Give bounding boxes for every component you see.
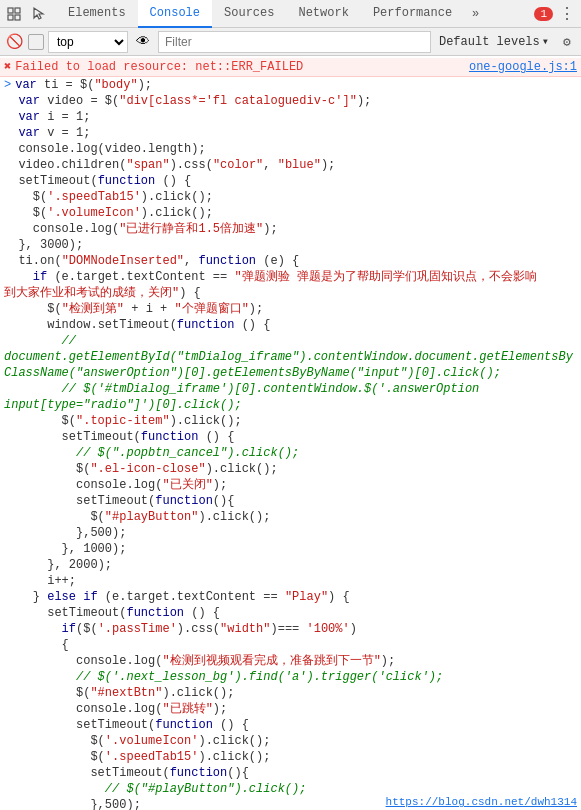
- code-line-1: > var ti = $("body");: [0, 77, 581, 93]
- code-line-27: setTimeout(function(){: [0, 493, 581, 509]
- settings-icon[interactable]: ⚙: [557, 32, 577, 52]
- context-selector[interactable]: top: [48, 31, 128, 53]
- code-line-13: if (e.target.textContent == "弹题测验 弹题是为了帮…: [0, 269, 581, 285]
- code-line-45: // $("#playButton").click();: [0, 781, 581, 797]
- code-line-3: var i = 1;: [0, 109, 581, 125]
- code-line-42: $('.volumeIcon').click();: [0, 733, 581, 749]
- code-line-31: }, 2000);: [0, 557, 581, 573]
- console-output: ✖ Failed to load resource: net::ERR_FAIL…: [0, 56, 581, 810]
- code-line-14: 到大家作业和考试的成绩，关闭") {: [0, 285, 581, 301]
- code-line-9: $('.volumeIcon').click();: [0, 205, 581, 221]
- code-line-19: ClassName("answerOption")[0].getElements…: [0, 365, 581, 381]
- code-line-35: if($('.passTime').css("width")=== '100%'…: [0, 621, 581, 637]
- error-text: Failed to load resource: net::ERR_FAILED: [15, 59, 469, 75]
- code-line-16: window.setTimeout(function () {: [0, 317, 581, 333]
- code-line-21: input[type="radio"]')[0].click();: [0, 397, 581, 413]
- code-line-12: ti.on("DOMNodeInserted", function (e) {: [0, 253, 581, 269]
- code-line-32: i++;: [0, 573, 581, 589]
- tab-bar-right: 1 ⋮: [526, 4, 577, 24]
- clear-console-icon[interactable]: 🚫: [4, 32, 24, 52]
- code-line-20: // $('#tmDialog_iframe')[0].contentWindo…: [0, 381, 581, 397]
- code-line-6: video.children("span").css("color", "blu…: [0, 157, 581, 173]
- code-line-28: $("#playButton").click();: [0, 509, 581, 525]
- error-badge: 1: [534, 7, 553, 21]
- log-levels-selector[interactable]: Default levels ▾: [435, 34, 553, 49]
- toolbar-right: ⚙: [557, 32, 577, 52]
- code-line-39: $("#nextBtn").click();: [0, 685, 581, 701]
- code-line-18: document.getElementById("tmDialog_iframe…: [0, 349, 581, 365]
- code-line-40: console.log("已跳转");: [0, 701, 581, 717]
- tab-network[interactable]: Network: [286, 0, 360, 28]
- svg-rect-1: [15, 8, 20, 13]
- code-line-34: setTimeout(function () {: [0, 605, 581, 621]
- code-line-37: console.log("检测到视频观看完成，准备跳到下一节");: [0, 653, 581, 669]
- svg-rect-3: [15, 15, 20, 20]
- code-line-5: console.log(video.length);: [0, 141, 581, 157]
- eye-icon[interactable]: 👁: [132, 31, 154, 53]
- code-line-11: }, 3000);: [0, 237, 581, 253]
- code-line-38: // $('.next_lesson_bg').find('a').trigge…: [0, 669, 581, 685]
- code-line-24: // $(".popbtn_cancel").click();: [0, 445, 581, 461]
- code-line-8: $('.speedTab15').click();: [0, 189, 581, 205]
- code-line-43: $('.speedTab15').click();: [0, 749, 581, 765]
- code-line-17: //: [0, 333, 581, 349]
- code-line-36: {: [0, 637, 581, 653]
- code-line-30: }, 1000);: [0, 541, 581, 557]
- svg-rect-0: [8, 8, 13, 13]
- preserve-log-icon[interactable]: [28, 34, 44, 50]
- inspect-icon[interactable]: [4, 4, 24, 24]
- code-line-7: setTimeout(function () {: [0, 173, 581, 189]
- error-message-line: ✖ Failed to load resource: net::ERR_FAIL…: [0, 58, 581, 77]
- tab-console[interactable]: Console: [138, 0, 212, 28]
- code-line-22: $(".topic-item").click();: [0, 413, 581, 429]
- tab-elements[interactable]: Elements: [56, 0, 138, 28]
- code-line-26: console.log("已关闭");: [0, 477, 581, 493]
- cursor-icon[interactable]: [28, 4, 48, 24]
- svg-rect-2: [8, 15, 13, 20]
- tab-performance[interactable]: Performance: [361, 0, 464, 28]
- tab-bar: Elements Console Sources Network Perform…: [0, 0, 581, 28]
- code-line-10: console.log("已进行静音和1.5倍加速");: [0, 221, 581, 237]
- error-source-link[interactable]: one-google.js:1: [469, 59, 577, 75]
- code-line-41: setTimeout(function () {: [0, 717, 581, 733]
- code-prompt: >: [4, 77, 11, 93]
- tab-more[interactable]: »: [464, 3, 487, 25]
- devtools-icons: [4, 4, 48, 24]
- code-line-44: setTimeout(function(){: [0, 765, 581, 781]
- console-toolbar: 🚫 top 👁 Default levels ▾ ⚙: [0, 28, 581, 56]
- more-options-icon[interactable]: ⋮: [557, 4, 577, 24]
- code-line-25: $(".el-icon-close").click();: [0, 461, 581, 477]
- code-line-33: } else if (e.target.textContent == "Play…: [0, 589, 581, 605]
- code-line-2: var video = $("div[class*='fl catalogued…: [0, 93, 581, 109]
- code-line-29: },500);: [0, 525, 581, 541]
- code-line-15: $("检测到第" + i + "个弹题窗口");: [0, 301, 581, 317]
- code-line-23: setTimeout(function () {: [0, 429, 581, 445]
- error-icon: ✖: [4, 59, 11, 75]
- blog-link[interactable]: https://blog.csdn.net/dwh1314: [386, 796, 577, 808]
- code-line-4: var v = 1;: [0, 125, 581, 141]
- tab-sources[interactable]: Sources: [212, 0, 286, 28]
- filter-input[interactable]: [158, 31, 431, 53]
